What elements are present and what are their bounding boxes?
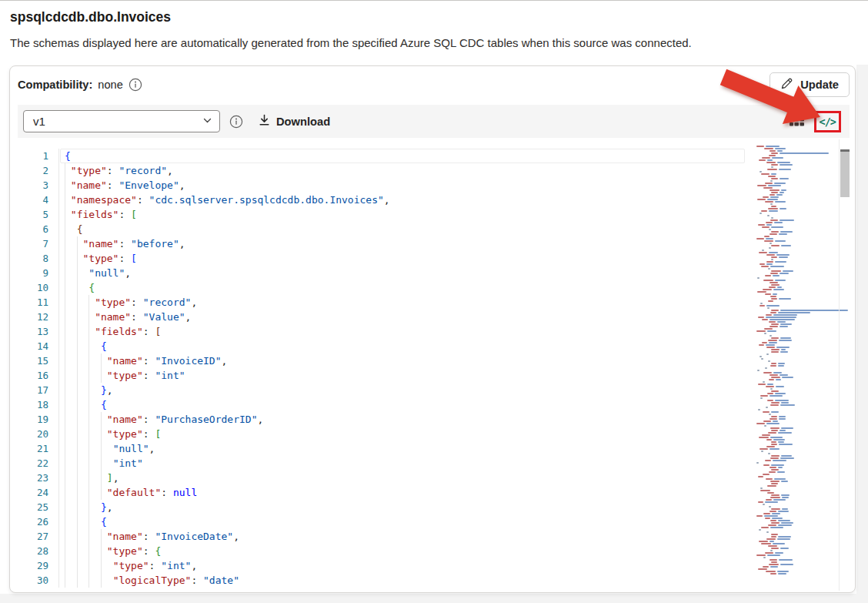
download-arrow-icon bbox=[259, 114, 270, 129]
pencil-icon bbox=[780, 77, 793, 92]
page-background-right bbox=[856, 65, 868, 603]
schema-panel: Compatibility: none Update v1 Download bbox=[9, 65, 856, 593]
page-background-bottom bbox=[0, 594, 868, 603]
code-line: 22 "int" bbox=[18, 456, 850, 471]
code-line: 18 { bbox=[18, 397, 850, 412]
version-dropdown[interactable]: v1 bbox=[23, 110, 220, 132]
chevron-down-icon bbox=[202, 115, 212, 128]
code-line: 12 "name": "Value", bbox=[18, 310, 850, 324]
code-line: 9 "null", bbox=[18, 266, 850, 280]
info-icon[interactable] bbox=[129, 78, 142, 92]
scrollbar-thumb-cap bbox=[840, 149, 850, 152]
code-line: 16 "type": "int" bbox=[18, 368, 850, 383]
version-dropdown-value: v1 bbox=[33, 115, 45, 128]
code-line: 28 "type": { bbox=[18, 544, 850, 558]
code-line: 26 { bbox=[18, 514, 850, 529]
page-title: spsqlcdcdb.dbo.Invoices bbox=[10, 9, 171, 25]
view-switcher: </> bbox=[790, 111, 850, 132]
code-line: 4 "namespace": "cdc.sqlserver.spsqlcdcdb… bbox=[18, 193, 850, 207]
code-line: 30 "logicalType": "date" bbox=[18, 573, 850, 588]
window-top-border bbox=[0, 0, 868, 1]
code-line: 3 "name": "Envelope", bbox=[18, 178, 850, 193]
page-subtitle: The schemas displayed here are automatic… bbox=[10, 36, 692, 49]
code-line: 19 "name": "PurchaseOrderID", bbox=[18, 412, 850, 427]
code-line: 11 "type": "record", bbox=[18, 295, 850, 310]
code-line: 5 "fields": [ bbox=[18, 207, 850, 222]
minimap[interactable] bbox=[753, 146, 840, 581]
compatibility-value: none bbox=[98, 79, 122, 91]
code-line: 6 { bbox=[18, 222, 850, 236]
download-button-label: Download bbox=[276, 116, 330, 128]
code-line: 29 "type": "int", bbox=[18, 558, 850, 573]
code-line: 13 "fields": [ bbox=[18, 324, 850, 339]
code-line: 8 "type": [ bbox=[18, 251, 850, 266]
download-button[interactable]: Download bbox=[259, 114, 330, 129]
code-line: 14 { bbox=[18, 339, 850, 353]
schema-toolbar: v1 Download </> bbox=[18, 105, 850, 138]
table-grid-icon[interactable] bbox=[790, 113, 804, 129]
code-line: 15 "name": "InvoiceID", bbox=[18, 353, 850, 368]
code-line: 2 "type": "record", bbox=[18, 163, 850, 178]
code-line: 1{ bbox=[18, 149, 850, 163]
code-line: 23 ], bbox=[18, 471, 850, 485]
update-button-label: Update bbox=[800, 79, 839, 91]
update-button[interactable]: Update bbox=[770, 72, 850, 97]
compatibility-row: Compatibility: none bbox=[18, 78, 142, 92]
code-editor-lines: 1{2 "type": "record",3 "name": "Envelope… bbox=[18, 149, 850, 588]
code-line: 21 "null", bbox=[18, 441, 850, 456]
code-line: 24 "default": null bbox=[18, 485, 850, 500]
code-line: 10 { bbox=[18, 280, 850, 295]
annotation-highlight-box: </> bbox=[814, 111, 841, 132]
info-icon[interactable] bbox=[229, 115, 243, 129]
code-line: 7 "name": "before", bbox=[18, 236, 850, 251]
scrollbar-thumb[interactable] bbox=[840, 149, 850, 197]
code-line: 27 "name": "InvoiceDate", bbox=[18, 529, 850, 544]
schema-code-editor[interactable]: 1{2 "type": "record",3 "name": "Envelope… bbox=[18, 139, 850, 591]
code-brackets-icon[interactable]: </> bbox=[820, 116, 836, 128]
code-line: 17 }, bbox=[18, 383, 850, 397]
code-line: 20 "type": [ bbox=[18, 427, 850, 441]
code-line: 25 }, bbox=[18, 500, 850, 514]
compatibility-label: Compatibility: bbox=[18, 79, 92, 91]
vertical-scrollbar[interactable] bbox=[839, 139, 850, 591]
